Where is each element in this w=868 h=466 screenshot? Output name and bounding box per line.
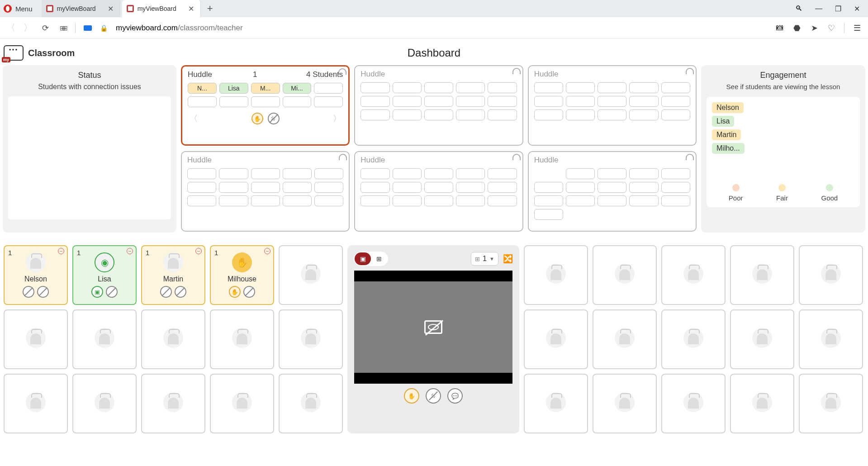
huddle-empty-slot[interactable] <box>629 182 658 193</box>
huddle-empty-slot[interactable] <box>661 168 690 179</box>
nav-back-icon[interactable]: 〈 <box>6 22 15 34</box>
huddle-empty-slot[interactable] <box>566 109 595 120</box>
huddle-empty-slot[interactable] <box>661 109 690 120</box>
huddle-empty-slot[interactable] <box>393 195 422 206</box>
huddle-empty-slot[interactable] <box>566 182 595 193</box>
chat-icon[interactable]: 💬 <box>447 388 463 404</box>
huddle-empty-slot[interactable] <box>314 182 343 193</box>
huddle-empty-slot[interactable] <box>219 96 248 107</box>
student-card-empty[interactable] <box>661 374 726 433</box>
student-card-milhouse[interactable]: 1 – ✋ Milhouse ✋ <box>210 245 274 305</box>
expand-icon[interactable] <box>339 154 347 160</box>
student-card-empty[interactable] <box>279 245 343 305</box>
huddle-empty-slot[interactable] <box>488 109 517 120</box>
huddle-empty-slot[interactable] <box>393 182 422 193</box>
mute-mic-icon[interactable] <box>23 286 34 298</box>
huddle-empty-slot[interactable] <box>629 168 658 179</box>
huddle-empty-slot[interactable] <box>314 168 343 179</box>
student-card-empty[interactable] <box>279 374 343 433</box>
tab-close-icon[interactable]: ✕ <box>188 5 194 13</box>
huddle-card[interactable]: Huddle <box>528 151 697 232</box>
huddle-empty-slot[interactable] <box>534 195 563 206</box>
minimize-icon[interactable]: — <box>815 5 822 13</box>
huddle-empty-slot[interactable] <box>488 96 517 107</box>
expand-icon[interactable] <box>512 68 521 74</box>
huddle-student-slot[interactable]: M... <box>251 83 280 94</box>
remove-icon[interactable]: – <box>58 248 64 254</box>
student-card-empty[interactable] <box>4 309 68 369</box>
view-toggle[interactable]: ▣ ⊞ <box>354 252 388 266</box>
huddle-empty-slot[interactable] <box>456 195 485 206</box>
engagement-chip[interactable]: Milho... <box>712 143 745 154</box>
huddle-card[interactable]: Huddle <box>354 151 523 232</box>
disable-cam-icon[interactable] <box>175 286 186 298</box>
huddle-empty-slot[interactable] <box>629 109 658 120</box>
huddle-student-slot[interactable]: Mi... <box>283 83 312 94</box>
easy-setup-icon[interactable]: ☰ <box>853 24 862 33</box>
prev-icon[interactable]: 〈 <box>190 113 198 124</box>
mute-mic-icon[interactable] <box>160 286 172 298</box>
huddle-empty-slot[interactable] <box>424 109 453 120</box>
huddle-empty-slot[interactable] <box>534 82 563 93</box>
expand-icon[interactable] <box>686 68 694 74</box>
heart-icon[interactable]: ♡ <box>827 24 836 33</box>
huddle-empty-slot[interactable] <box>393 168 422 179</box>
remove-icon[interactable]: – <box>127 248 133 254</box>
opera-icon[interactable] <box>4 5 12 13</box>
huddle-empty-slot[interactable] <box>566 96 595 107</box>
student-card-lisa[interactable]: 1 – ◉ Lisa ▣ <box>72 245 137 305</box>
video-preview[interactable] <box>354 271 512 384</box>
student-card-empty[interactable] <box>524 245 588 305</box>
student-card-empty[interactable] <box>661 245 726 305</box>
huddle-empty-slot[interactable] <box>598 109 626 120</box>
remove-icon[interactable]: – <box>264 248 270 254</box>
huddle-empty-slot[interactable] <box>488 182 517 193</box>
huddle-empty-slot[interactable] <box>251 195 280 206</box>
presenting-icon[interactable]: ▣ <box>91 286 103 298</box>
camera-permission-icon[interactable] <box>84 25 92 31</box>
huddle-empty-slot[interactable] <box>283 195 312 206</box>
engagement-chip[interactable]: Nelson <box>712 102 744 113</box>
huddle-empty-slot[interactable] <box>456 168 485 179</box>
huddle-empty-slot[interactable] <box>360 109 389 120</box>
huddle-empty-slot[interactable] <box>393 96 422 107</box>
expand-icon[interactable] <box>338 68 346 75</box>
shield-icon[interactable]: ⬣ <box>792 24 802 33</box>
huddle-empty-slot[interactable] <box>283 96 312 107</box>
huddle-empty-slot[interactable] <box>424 96 453 107</box>
huddle-empty-slot[interactable] <box>629 82 658 93</box>
disable-cam-icon[interactable] <box>106 286 118 298</box>
menu-button[interactable]: Menu <box>15 5 33 13</box>
close-window-icon[interactable]: ✕ <box>854 5 860 13</box>
huddle-empty-slot[interactable] <box>393 82 422 93</box>
huddle-empty-slot[interactable] <box>219 182 248 193</box>
huddle-empty-slot[interactable] <box>488 82 517 93</box>
view-single-icon[interactable]: ▣ <box>355 252 371 265</box>
huddle-empty-slot[interactable] <box>283 168 312 179</box>
speed-dial-icon[interactable] <box>58 24 67 33</box>
student-card-empty[interactable] <box>799 309 863 369</box>
nav-forward-icon[interactable]: 〉 <box>24 22 33 34</box>
huddle-empty-slot[interactable] <box>314 83 343 94</box>
student-card-empty[interactable] <box>661 309 726 369</box>
huddle-empty-slot[interactable] <box>488 168 517 179</box>
huddle-empty-slot[interactable] <box>393 109 422 120</box>
huddle-empty-slot[interactable] <box>598 195 626 206</box>
huddle-empty-slot[interactable] <box>251 182 280 193</box>
huddle-empty-slot[interactable] <box>566 168 595 179</box>
engagement-chip[interactable]: Martin <box>712 129 741 140</box>
huddle-empty-slot[interactable] <box>283 182 312 193</box>
huddle-empty-slot[interactable] <box>360 168 389 179</box>
maximize-icon[interactable]: ❐ <box>835 5 841 13</box>
student-card-empty[interactable] <box>141 374 205 433</box>
student-card-empty[interactable] <box>72 374 137 433</box>
view-grid-icon[interactable]: ⊞ <box>371 252 387 265</box>
huddle-empty-slot[interactable] <box>187 195 216 206</box>
expand-icon[interactable] <box>686 154 694 160</box>
huddle-empty-slot[interactable] <box>566 195 595 206</box>
huddle-empty-slot[interactable] <box>661 195 690 206</box>
lock-icon[interactable]: 🔒 <box>100 24 108 32</box>
huddle-empty-slot[interactable] <box>188 96 217 107</box>
huddle-empty-slot[interactable] <box>566 82 595 93</box>
huddle-empty-slot[interactable] <box>424 82 453 93</box>
